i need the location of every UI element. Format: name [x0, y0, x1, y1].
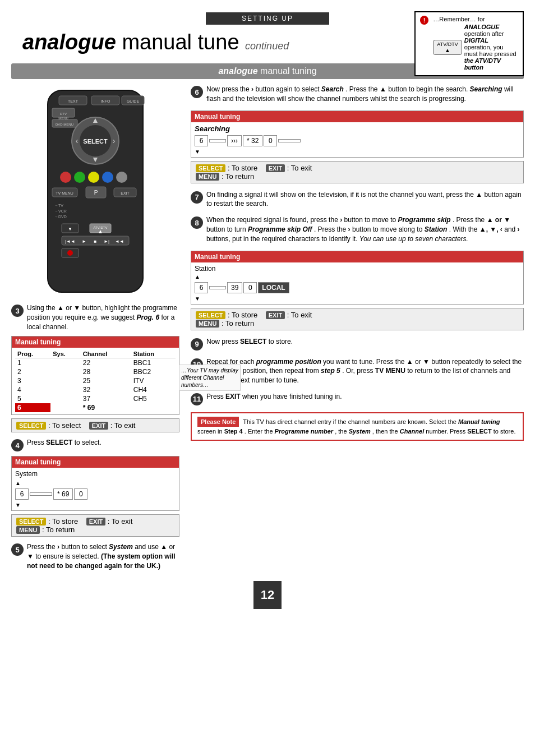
exit-btn-3[interactable]: EXIT	[89, 422, 108, 430]
tv-note-callout: …Your TV may display different Channel n…	[179, 365, 241, 391]
step8-station: Station	[425, 225, 448, 233]
exit-action-8: : To exit	[287, 311, 312, 319]
svg-text:P: P	[94, 190, 98, 196]
step11-circle: 11	[191, 393, 203, 405]
analogue-label: ANALOGUE	[464, 24, 500, 30]
svg-text:▲: ▲	[98, 228, 103, 234]
svg-text:SELECT: SELECT	[83, 138, 108, 145]
svg-text:EXIT: EXIT	[121, 191, 130, 195]
step10-block: 10 Repeat for each programme position yo…	[191, 357, 524, 385]
step3-block: 3 Using the ▲ or ▼ button, highlight the…	[11, 303, 179, 331]
step6-searching: Searching	[470, 85, 502, 93]
ch-spacer-4	[30, 492, 52, 496]
select-btn-4[interactable]: SELECT	[16, 518, 46, 525]
menu-btn-4[interactable]: MENU	[16, 526, 40, 534]
step3-prog-bold: Prog. 6	[136, 314, 159, 321]
step5-circle: 5	[11, 543, 24, 556]
step5-text4: or	[169, 543, 175, 551]
step4-block: 4 Press SELECT to select.	[11, 438, 179, 451]
page-number: 12	[253, 581, 282, 609]
step5-up: ▲	[160, 543, 167, 551]
step11-exit: EXIT	[225, 393, 241, 400]
step11-text2: when you have finished tuning in.	[242, 393, 342, 400]
ch-local-8: LOCAL	[258, 282, 289, 293]
step8-italic-note: You can use up to seven characters.	[359, 235, 468, 243]
svg-text:■: ■	[94, 239, 97, 244]
down-arrow-8: ▼	[195, 296, 520, 302]
step8-circle: 8	[191, 216, 203, 229]
step5-text1: Press the	[27, 543, 57, 551]
please-note-sys: System	[349, 428, 371, 435]
step5-system: System	[109, 543, 133, 551]
step10-content: Repeat for each programme position you w…	[206, 357, 524, 385]
step5-btn: ›	[57, 543, 59, 551]
mt-table-4: Manual tuning System ▲ 6 * 69 0 ▼	[11, 456, 179, 511]
exit-btn-8[interactable]: EXIT	[266, 311, 285, 319]
please-note-text2: screen in	[197, 428, 224, 435]
table-row: 228BBC2	[15, 367, 176, 376]
step6-up: ▲	[380, 85, 386, 93]
svg-point-23	[116, 172, 127, 183]
title-bold: analogue	[22, 30, 116, 54]
step5-text3: and use	[135, 543, 160, 551]
mt-table-3: Manual tuning Prog. Sys. Channel Station	[11, 336, 179, 415]
ch-val1-4: 6	[15, 488, 29, 500]
svg-text:TV MENU: TV MENU	[56, 191, 73, 195]
please-note-box: Please Note This TV has direct channel e…	[191, 412, 524, 441]
step7-text1: On finding a signal it will show on the …	[206, 191, 476, 199]
ch-val1-6: 6	[195, 135, 208, 146]
table-row-highlight: 6* 69	[15, 403, 176, 412]
mt-body-3: Prog. Sys. Channel Station 122BBC1 228BB…	[12, 348, 179, 414]
step9-content: Now press SELECT to store.	[206, 337, 524, 347]
digital-label: DIGITAL	[464, 37, 488, 44]
step4-select-bold: SELECT	[46, 439, 72, 446]
remote-svg: TEXT INFO GUIDE DTV MENU DVD MENU SELE	[31, 85, 160, 298]
step10-text5: . Or, press	[342, 367, 375, 375]
atv-icon: ▲	[437, 47, 458, 53]
select-btn-6[interactable]: SELECT	[196, 164, 225, 172]
ch-zero-4: 0	[74, 488, 87, 500]
step6-btn: ›	[251, 85, 253, 93]
svg-point-19	[60, 172, 71, 183]
step6-text4: button to begin the search.	[388, 85, 469, 93]
menu-btn-8[interactable]: MENU	[196, 320, 219, 328]
ch-spacer-8	[209, 286, 226, 289]
step8-text10: buttons, put in the required characters …	[206, 235, 359, 243]
step5-content: Press the › button to select System and …	[27, 542, 179, 570]
title-regular: manual tune	[122, 30, 239, 54]
action-bar-8: SELECT : To store EXIT : To exit MENU : …	[191, 308, 524, 330]
step8-text9: and	[504, 225, 517, 233]
step8-btn: ›	[340, 216, 342, 224]
step3-or: or	[66, 304, 73, 312]
col-prog: Prog.	[15, 350, 50, 358]
ch-val2-8: 39	[227, 282, 242, 293]
step10-up: ▲	[407, 358, 413, 366]
down-arrow-4: ▼	[15, 502, 176, 508]
please-note-ch: Channel	[400, 428, 424, 435]
operation-after: operation after	[464, 30, 504, 37]
menu-btn-6[interactable]: MENU	[196, 173, 219, 181]
step11-text: Press	[206, 393, 225, 400]
step7-block: 7 On finding a signal it will show on th…	[191, 190, 524, 209]
col-station: Station	[131, 350, 176, 358]
step10-tv-menu: TV MENU	[375, 367, 405, 375]
step8-block: 8 When the required signal is found, pre…	[191, 215, 524, 243]
exit-btn-6[interactable]: EXIT	[266, 164, 285, 172]
step8-btn2: ›	[348, 225, 350, 233]
select-btn-3[interactable]: SELECT	[16, 422, 46, 430]
mt-header-3: Manual tuning	[12, 336, 179, 348]
step10-text2: you want to tune. Press the	[323, 358, 407, 366]
select-action-3: : To select	[48, 421, 81, 430]
select-btn-8[interactable]: SELECT	[196, 311, 225, 319]
mt-header-6: Manual tuning	[191, 111, 523, 122]
select-action-8: : To store	[228, 311, 257, 319]
section-regular: manual tuning	[260, 66, 317, 76]
step5-text2: button to select	[61, 543, 109, 551]
up-arrow-3: ▲	[57, 304, 64, 312]
step7-circle: 7	[191, 191, 203, 204]
please-note-text5: , then the	[372, 428, 400, 435]
exit-btn-4[interactable]: EXIT	[86, 518, 105, 525]
step3-circle: 3	[11, 305, 24, 317]
ch-zero-6: 0	[264, 135, 277, 146]
step3-text1: Using the	[27, 304, 56, 312]
